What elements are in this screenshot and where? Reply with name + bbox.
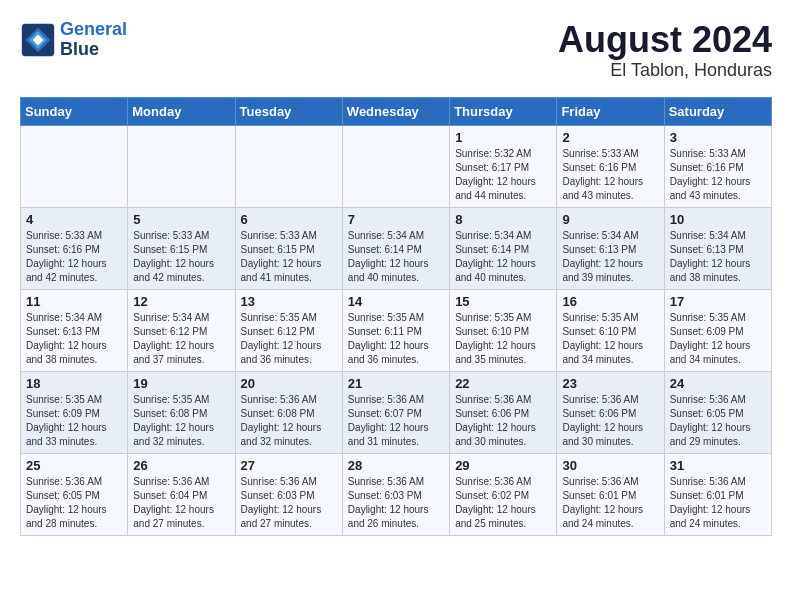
day-number: 27	[241, 458, 337, 473]
day-cell: 12Sunrise: 5:34 AM Sunset: 6:12 PM Dayli…	[128, 289, 235, 371]
day-cell: 9Sunrise: 5:34 AM Sunset: 6:13 PM Daylig…	[557, 207, 664, 289]
calendar-table: SundayMondayTuesdayWednesdayThursdayFrid…	[20, 97, 772, 536]
day-number: 9	[562, 212, 658, 227]
day-number: 5	[133, 212, 229, 227]
day-number: 23	[562, 376, 658, 391]
day-number: 22	[455, 376, 551, 391]
day-info: Sunrise: 5:33 AM Sunset: 6:16 PM Dayligh…	[26, 229, 122, 285]
day-cell: 25Sunrise: 5:36 AM Sunset: 6:05 PM Dayli…	[21, 453, 128, 535]
day-cell: 2Sunrise: 5:33 AM Sunset: 6:16 PM Daylig…	[557, 125, 664, 207]
day-number: 19	[133, 376, 229, 391]
day-info: Sunrise: 5:36 AM Sunset: 6:07 PM Dayligh…	[348, 393, 444, 449]
day-number: 14	[348, 294, 444, 309]
day-cell: 6Sunrise: 5:33 AM Sunset: 6:15 PM Daylig…	[235, 207, 342, 289]
day-cell: 30Sunrise: 5:36 AM Sunset: 6:01 PM Dayli…	[557, 453, 664, 535]
day-number: 16	[562, 294, 658, 309]
day-info: Sunrise: 5:35 AM Sunset: 6:09 PM Dayligh…	[26, 393, 122, 449]
day-number: 31	[670, 458, 766, 473]
day-number: 6	[241, 212, 337, 227]
page-header: General Blue August 2024 El Tablon, Hond…	[20, 20, 772, 81]
day-cell: 22Sunrise: 5:36 AM Sunset: 6:06 PM Dayli…	[450, 371, 557, 453]
day-number: 30	[562, 458, 658, 473]
day-info: Sunrise: 5:33 AM Sunset: 6:15 PM Dayligh…	[241, 229, 337, 285]
weekday-header-monday: Monday	[128, 97, 235, 125]
day-number: 25	[26, 458, 122, 473]
day-cell: 8Sunrise: 5:34 AM Sunset: 6:14 PM Daylig…	[450, 207, 557, 289]
day-cell	[128, 125, 235, 207]
logo-text-blue: Blue	[60, 40, 127, 60]
weekday-header-row: SundayMondayTuesdayWednesdayThursdayFrid…	[21, 97, 772, 125]
day-cell	[342, 125, 449, 207]
day-cell: 18Sunrise: 5:35 AM Sunset: 6:09 PM Dayli…	[21, 371, 128, 453]
day-number: 11	[26, 294, 122, 309]
day-cell: 13Sunrise: 5:35 AM Sunset: 6:12 PM Dayli…	[235, 289, 342, 371]
day-info: Sunrise: 5:34 AM Sunset: 6:13 PM Dayligh…	[562, 229, 658, 285]
day-cell: 15Sunrise: 5:35 AM Sunset: 6:10 PM Dayli…	[450, 289, 557, 371]
day-number: 10	[670, 212, 766, 227]
day-cell: 10Sunrise: 5:34 AM Sunset: 6:13 PM Dayli…	[664, 207, 771, 289]
day-number: 18	[26, 376, 122, 391]
day-info: Sunrise: 5:36 AM Sunset: 6:06 PM Dayligh…	[562, 393, 658, 449]
day-info: Sunrise: 5:35 AM Sunset: 6:11 PM Dayligh…	[348, 311, 444, 367]
day-cell: 31Sunrise: 5:36 AM Sunset: 6:01 PM Dayli…	[664, 453, 771, 535]
weekday-header-tuesday: Tuesday	[235, 97, 342, 125]
day-info: Sunrise: 5:35 AM Sunset: 6:08 PM Dayligh…	[133, 393, 229, 449]
weekday-header-thursday: Thursday	[450, 97, 557, 125]
day-cell: 24Sunrise: 5:36 AM Sunset: 6:05 PM Dayli…	[664, 371, 771, 453]
day-info: Sunrise: 5:34 AM Sunset: 6:13 PM Dayligh…	[670, 229, 766, 285]
day-number: 8	[455, 212, 551, 227]
day-number: 3	[670, 130, 766, 145]
day-number: 28	[348, 458, 444, 473]
day-cell: 14Sunrise: 5:35 AM Sunset: 6:11 PM Dayli…	[342, 289, 449, 371]
day-number: 17	[670, 294, 766, 309]
main-title: August 2024	[558, 20, 772, 60]
day-info: Sunrise: 5:33 AM Sunset: 6:16 PM Dayligh…	[670, 147, 766, 203]
day-cell: 17Sunrise: 5:35 AM Sunset: 6:09 PM Dayli…	[664, 289, 771, 371]
week-row-3: 11Sunrise: 5:34 AM Sunset: 6:13 PM Dayli…	[21, 289, 772, 371]
day-info: Sunrise: 5:36 AM Sunset: 6:05 PM Dayligh…	[26, 475, 122, 531]
day-number: 26	[133, 458, 229, 473]
week-row-2: 4Sunrise: 5:33 AM Sunset: 6:16 PM Daylig…	[21, 207, 772, 289]
day-number: 15	[455, 294, 551, 309]
day-info: Sunrise: 5:36 AM Sunset: 6:05 PM Dayligh…	[670, 393, 766, 449]
day-number: 7	[348, 212, 444, 227]
day-cell: 27Sunrise: 5:36 AM Sunset: 6:03 PM Dayli…	[235, 453, 342, 535]
day-info: Sunrise: 5:33 AM Sunset: 6:16 PM Dayligh…	[562, 147, 658, 203]
day-info: Sunrise: 5:35 AM Sunset: 6:10 PM Dayligh…	[455, 311, 551, 367]
day-info: Sunrise: 5:34 AM Sunset: 6:14 PM Dayligh…	[455, 229, 551, 285]
day-cell: 11Sunrise: 5:34 AM Sunset: 6:13 PM Dayli…	[21, 289, 128, 371]
day-info: Sunrise: 5:34 AM Sunset: 6:12 PM Dayligh…	[133, 311, 229, 367]
day-info: Sunrise: 5:36 AM Sunset: 6:02 PM Dayligh…	[455, 475, 551, 531]
day-cell: 3Sunrise: 5:33 AM Sunset: 6:16 PM Daylig…	[664, 125, 771, 207]
day-info: Sunrise: 5:32 AM Sunset: 6:17 PM Dayligh…	[455, 147, 551, 203]
day-info: Sunrise: 5:33 AM Sunset: 6:15 PM Dayligh…	[133, 229, 229, 285]
day-info: Sunrise: 5:36 AM Sunset: 6:06 PM Dayligh…	[455, 393, 551, 449]
day-number: 12	[133, 294, 229, 309]
day-cell: 16Sunrise: 5:35 AM Sunset: 6:10 PM Dayli…	[557, 289, 664, 371]
day-cell: 5Sunrise: 5:33 AM Sunset: 6:15 PM Daylig…	[128, 207, 235, 289]
day-cell: 1Sunrise: 5:32 AM Sunset: 6:17 PM Daylig…	[450, 125, 557, 207]
day-cell: 4Sunrise: 5:33 AM Sunset: 6:16 PM Daylig…	[21, 207, 128, 289]
day-number: 13	[241, 294, 337, 309]
day-cell: 20Sunrise: 5:36 AM Sunset: 6:08 PM Dayli…	[235, 371, 342, 453]
day-cell	[21, 125, 128, 207]
day-cell	[235, 125, 342, 207]
week-row-5: 25Sunrise: 5:36 AM Sunset: 6:05 PM Dayli…	[21, 453, 772, 535]
weekday-header-sunday: Sunday	[21, 97, 128, 125]
logo-text-general: General	[60, 19, 127, 39]
day-cell: 28Sunrise: 5:36 AM Sunset: 6:03 PM Dayli…	[342, 453, 449, 535]
day-info: Sunrise: 5:36 AM Sunset: 6:01 PM Dayligh…	[670, 475, 766, 531]
weekday-header-saturday: Saturday	[664, 97, 771, 125]
day-info: Sunrise: 5:36 AM Sunset: 6:01 PM Dayligh…	[562, 475, 658, 531]
day-number: 29	[455, 458, 551, 473]
day-cell: 7Sunrise: 5:34 AM Sunset: 6:14 PM Daylig…	[342, 207, 449, 289]
day-number: 4	[26, 212, 122, 227]
weekday-header-wednesday: Wednesday	[342, 97, 449, 125]
day-cell: 21Sunrise: 5:36 AM Sunset: 6:07 PM Dayli…	[342, 371, 449, 453]
day-info: Sunrise: 5:35 AM Sunset: 6:10 PM Dayligh…	[562, 311, 658, 367]
day-cell: 19Sunrise: 5:35 AM Sunset: 6:08 PM Dayli…	[128, 371, 235, 453]
day-number: 2	[562, 130, 658, 145]
day-info: Sunrise: 5:36 AM Sunset: 6:03 PM Dayligh…	[241, 475, 337, 531]
day-cell: 29Sunrise: 5:36 AM Sunset: 6:02 PM Dayli…	[450, 453, 557, 535]
day-number: 21	[348, 376, 444, 391]
